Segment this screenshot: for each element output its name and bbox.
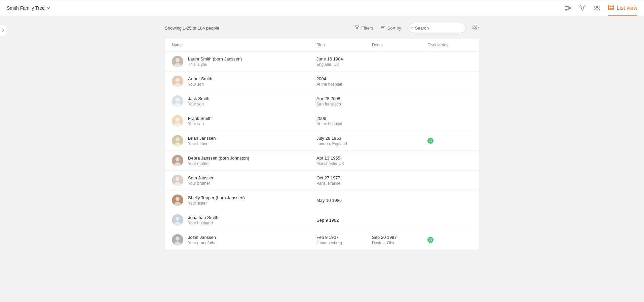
- svg-point-21: [176, 78, 180, 82]
- view-people-icon[interactable]: [593, 5, 601, 11]
- birth-place: Manchester UK: [316, 161, 372, 166]
- table-row[interactable]: Shelly Tepper (born Janssen)Your sisterM…: [165, 190, 479, 210]
- svg-point-33: [176, 197, 180, 201]
- view-list-button[interactable]: List view: [608, 5, 637, 16]
- chevron-down-icon: [47, 5, 50, 11]
- topbar: Smith Family Tree List view: [0, 0, 644, 16]
- svg-point-19: [176, 58, 180, 62]
- showing-count: Showing 1-25 of 184 people: [165, 26, 219, 31]
- filters-button[interactable]: Filters: [354, 25, 373, 31]
- person-relation: Your son: [188, 82, 212, 87]
- avatar: [172, 135, 183, 146]
- table-row[interactable]: Laura Smith (born Janssen)This is youJun…: [165, 52, 479, 72]
- birth-date: Sep 9 1982: [316, 218, 372, 223]
- col-name: Name: [172, 43, 316, 47]
- birth-place: Paris, France: [316, 181, 372, 186]
- person-name: Frank Smith: [188, 116, 212, 121]
- search-pill: [409, 23, 466, 33]
- birth-date: May 10 1986: [316, 198, 372, 203]
- svg-point-7: [597, 6, 599, 8]
- person-relation: Your sister: [188, 201, 245, 206]
- person-relation: Your brother: [188, 181, 215, 186]
- avatar: [172, 95, 183, 107]
- sortby-button[interactable]: Sort by: [381, 26, 401, 31]
- person-name: Jonathan Smith: [188, 215, 218, 220]
- svg-point-4: [584, 6, 585, 7]
- person-relation: Your father: [188, 141, 216, 146]
- tree-title-text: Smith Family Tree: [7, 5, 45, 11]
- svg-point-5: [582, 9, 583, 10]
- table-row[interactable]: Arthur SmithYour son2004At the hospital: [165, 72, 479, 91]
- avatar: [172, 234, 183, 246]
- svg-rect-8: [608, 5, 614, 10]
- death-place: Dayton, Ohio: [372, 241, 427, 245]
- table-row[interactable]: Jozef JanssenYour grandfatherFeb 9 1907J…: [165, 230, 479, 250]
- table-row[interactable]: Debra Janssen (born Johnston)Your mother…: [165, 151, 479, 171]
- birth-place: At the hospital: [316, 122, 372, 126]
- table-row[interactable]: Frank SmithYour son2006At the hospital: [165, 111, 479, 131]
- filter-icon: [354, 25, 359, 31]
- view-fan-icon[interactable]: [579, 5, 586, 11]
- svg-point-6: [595, 6, 597, 8]
- person-name: Jack Smith: [188, 96, 210, 101]
- svg-point-29: [176, 157, 180, 161]
- col-birth: Birth: [316, 43, 372, 47]
- content: Showing 1-25 of 184 people Filters Sort …: [165, 16, 479, 250]
- avatar: [172, 195, 183, 206]
- avatar: [172, 155, 183, 166]
- table-row[interactable]: Jack SmithYour sonApr 28 2008San fransis…: [165, 91, 479, 111]
- svg-point-0: [565, 6, 567, 7]
- tree-title-dropdown[interactable]: Smith Family Tree: [7, 5, 50, 11]
- table-row[interactable]: Brian JanssenYour fatherJuly 28 1953Lond…: [165, 131, 479, 151]
- table-header: Name Birth Death Discoveries: [165, 39, 479, 52]
- discovery-badge[interactable]: [427, 237, 433, 243]
- list-view-icon: [608, 5, 614, 11]
- controls-right: Filters Sort by: [354, 23, 479, 33]
- table-row[interactable]: Jonathan SmithYour husbandSep 9 1982: [165, 210, 479, 230]
- birth-date: Feb 9 1907: [316, 235, 372, 240]
- birth-place: England, UK: [316, 62, 372, 67]
- person-relation: Your grandfather: [188, 241, 218, 245]
- table-row[interactable]: Sam JanssenYour brotherOct 27 1977Paris,…: [165, 171, 479, 190]
- svg-point-35: [176, 217, 180, 221]
- settings-button[interactable]: [473, 25, 479, 32]
- sortby-label: Sort by: [387, 26, 401, 31]
- svg-point-17: [476, 27, 477, 28]
- view-pedigree-icon[interactable]: [565, 5, 572, 11]
- svg-point-27: [176, 137, 180, 141]
- birth-place: At the hospital: [316, 82, 372, 87]
- person-name: Laura Smith (born Janssen): [188, 56, 242, 61]
- discovery-badge[interactable]: [427, 138, 433, 144]
- birth-date: Apr 13 1955: [316, 156, 372, 161]
- person-relation: Your son: [188, 122, 212, 126]
- list-view-label: List view: [617, 5, 637, 11]
- search-input[interactable]: [415, 26, 471, 31]
- birth-date: 2006: [316, 116, 372, 121]
- birth-place: Johannesburg: [316, 241, 372, 245]
- person-relation: Your mother: [188, 161, 249, 166]
- sort-icon: [381, 26, 385, 31]
- death-date: Sep 20 1997: [372, 235, 427, 240]
- col-death: Death: [372, 43, 427, 47]
- controls-bar: Showing 1-25 of 184 people Filters Sort …: [165, 23, 479, 33]
- birth-date: July 28 1953: [316, 136, 372, 141]
- person-name: Arthur Smith: [188, 76, 212, 81]
- birth-place: San fransisco: [316, 102, 372, 106]
- svg-point-37: [176, 236, 180, 241]
- avatar: [172, 56, 183, 67]
- svg-point-3: [580, 6, 581, 7]
- avatar: [172, 115, 183, 127]
- filters-label: Filters: [361, 26, 373, 31]
- person-relation: Your husband: [188, 221, 218, 225]
- search-type-dropdown[interactable]: [410, 25, 413, 31]
- person-name: Jozef Janssen: [188, 235, 218, 240]
- svg-point-25: [176, 118, 180, 122]
- avatar: [172, 214, 183, 226]
- birth-date: June 16 1984: [316, 56, 372, 61]
- person-relation: Your son: [188, 102, 210, 106]
- expand-sidebar-tab[interactable]: [0, 24, 6, 36]
- person-name: Debra Janssen (born Johnston): [188, 156, 249, 161]
- birth-date: 2004: [316, 76, 372, 81]
- topbar-actions: List view: [565, 5, 637, 11]
- svg-point-31: [176, 177, 180, 181]
